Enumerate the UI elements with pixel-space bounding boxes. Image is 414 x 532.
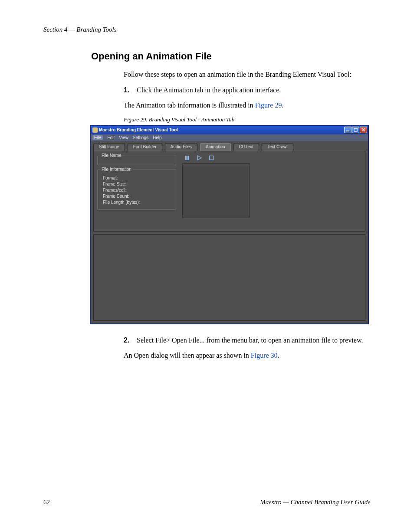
right-column bbox=[180, 151, 365, 231]
tab-still-image[interactable]: Still Image bbox=[93, 143, 125, 151]
minimize-button[interactable] bbox=[344, 127, 352, 133]
figure29-reference: The Animation tab information is illustr… bbox=[124, 101, 371, 110]
menu-settings[interactable]: Settings bbox=[133, 135, 148, 140]
step-1: 1. Click the Animation tab in the applic… bbox=[124, 85, 371, 95]
menu-help[interactable]: Help bbox=[153, 135, 162, 140]
menubar: File Edit View Settings Help bbox=[91, 134, 368, 141]
lower-panel bbox=[93, 234, 365, 321]
tab-audio-files[interactable]: Audio Files bbox=[165, 143, 197, 151]
step-1-number: 1. bbox=[124, 85, 137, 95]
svg-rect-3 bbox=[187, 156, 189, 160]
left-column: File Name File Information Format: Frame… bbox=[94, 151, 180, 231]
figure-30-link[interactable]: Figure 30 bbox=[251, 352, 278, 359]
svg-marker-4 bbox=[197, 156, 201, 160]
tab-text-crawl[interactable]: Text Crawl bbox=[262, 143, 293, 151]
menu-edit[interactable]: Edit bbox=[107, 135, 115, 140]
step-2: 2. Select File> Open File... from the me… bbox=[124, 336, 371, 345]
page-heading: Opening an Animation File bbox=[91, 51, 371, 62]
close-button[interactable] bbox=[360, 127, 367, 133]
info-format: Format: bbox=[103, 176, 172, 180]
figure30-reference: An Open dialog will then appear as shown… bbox=[124, 351, 371, 360]
tabstrip: Still Image Font Builder Audio Files Ani… bbox=[91, 141, 368, 151]
svg-rect-5 bbox=[210, 156, 214, 160]
workarea: File Name File Information Format: Frame… bbox=[93, 151, 365, 232]
step-2-number: 2. bbox=[124, 336, 137, 345]
tab-cgtext[interactable]: CGText bbox=[233, 143, 259, 151]
figure-29-caption: Figure 29. Branding Visual Tool - Animat… bbox=[124, 116, 371, 123]
menu-file[interactable]: File bbox=[92, 135, 103, 140]
pause-icon[interactable] bbox=[184, 155, 190, 161]
fig30-ref-post: . bbox=[278, 352, 279, 359]
preview-area bbox=[182, 163, 250, 218]
play-icon[interactable] bbox=[196, 155, 202, 161]
figure-29-link[interactable]: Figure 29 bbox=[255, 101, 282, 109]
group-file-name-title: File Name bbox=[100, 153, 123, 158]
info-frames-per-cell: Frames/cell: bbox=[103, 188, 172, 193]
step-1-text: Click the Animation tab in the applicati… bbox=[137, 85, 371, 95]
tab-font-builder[interactable]: Font Builder bbox=[128, 143, 162, 151]
info-frame-size: Frame Size: bbox=[103, 182, 172, 186]
group-file-name: File Name bbox=[97, 156, 176, 165]
menu-view[interactable]: View bbox=[119, 135, 128, 140]
group-file-info-title: File Information bbox=[100, 167, 133, 172]
tab-animation[interactable]: Animation bbox=[200, 143, 230, 151]
window-title: Maestro Branding Element Visual Tool bbox=[99, 127, 178, 132]
footer-doc-title: Maestro — Channel Branding User Guide bbox=[260, 499, 371, 506]
stop-icon[interactable] bbox=[208, 155, 214, 161]
fig29-ref-pre: The Animation tab information is illustr… bbox=[124, 101, 255, 109]
titlebar: Maestro Branding Element Visual Tool bbox=[91, 126, 368, 134]
info-frame-count: Frame Count: bbox=[103, 194, 172, 199]
svg-rect-0 bbox=[346, 131, 349, 131]
app-window: Maestro Branding Element Visual Tool Fil… bbox=[90, 125, 369, 324]
fig29-ref-post: . bbox=[282, 101, 283, 109]
step-2-text: Select File> Open File... from the menu … bbox=[137, 336, 371, 345]
section-header: Section 4 — Branding Tools bbox=[43, 26, 371, 33]
svg-rect-2 bbox=[185, 156, 187, 160]
svg-rect-1 bbox=[354, 128, 357, 131]
page-number: 62 bbox=[43, 499, 50, 506]
info-file-length: File Length (bytes): bbox=[103, 200, 172, 205]
player-controls bbox=[182, 154, 362, 163]
intro-text: Follow these steps to open an animation … bbox=[124, 70, 371, 79]
group-file-information: File Information Format: Frame Size: Fra… bbox=[97, 170, 176, 210]
app-icon bbox=[92, 127, 98, 133]
fig30-ref-pre: An Open dialog will then appear as shown… bbox=[124, 352, 251, 359]
page-footer: 62 Maestro — Channel Branding User Guide bbox=[43, 499, 371, 506]
maximize-button[interactable] bbox=[352, 127, 359, 133]
